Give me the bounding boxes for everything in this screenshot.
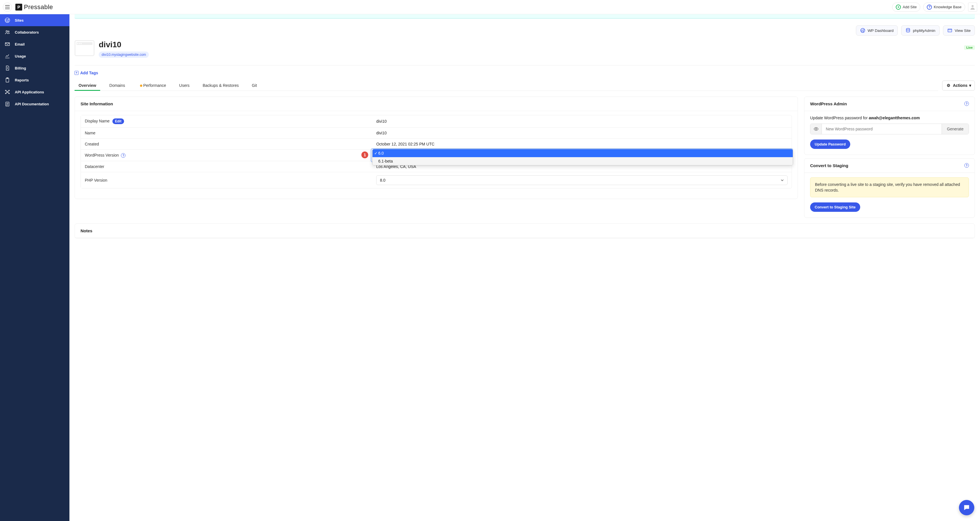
knowledge-base-button[interactable]: ? Knowledge Base (923, 3, 965, 12)
help-circle-icon: ? (927, 5, 932, 10)
user-avatar[interactable] (968, 3, 977, 12)
add-site-button[interactable]: + Add Site (892, 3, 920, 12)
svg-point-0 (972, 5, 974, 7)
brand-name: Pressable (24, 3, 53, 11)
topbar: P Pressable + Add Site ? Knowledge Base (0, 0, 980, 14)
brand-logo[interactable]: P Pressable (15, 3, 53, 11)
add-site-label: Add Site (903, 5, 916, 9)
menu-icon (5, 5, 10, 9)
logo-mark-icon: P (15, 4, 22, 11)
hamburger-menu-button[interactable] (3, 3, 12, 12)
avatar-placeholder-icon (969, 4, 976, 10)
plus-circle-icon: + (896, 5, 901, 10)
knowledge-base-label: Knowledge Base (934, 5, 961, 9)
